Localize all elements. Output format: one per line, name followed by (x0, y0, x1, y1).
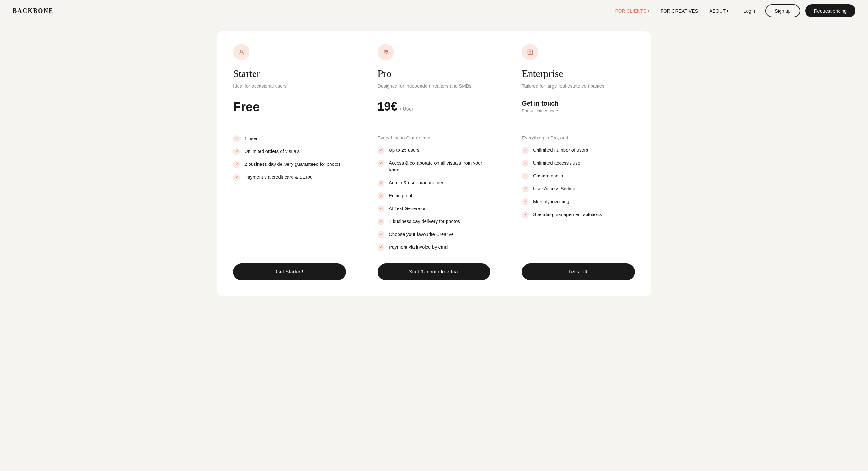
check-icon (233, 161, 240, 168)
check-icon (522, 211, 529, 218)
feature-item: 1 user (233, 135, 346, 142)
feature-text: Payment via invoice by email (389, 244, 450, 251)
feature-item: Admin & user management (377, 179, 490, 186)
brand-logo[interactable]: BACKBONE (12, 7, 53, 14)
nav-for-clients[interactable]: FOR CLIENTS ▾ (615, 8, 649, 13)
check-icon (522, 185, 529, 193)
feature-item: Access & collaborate on all visuals from… (377, 159, 490, 174)
svg-point-2 (386, 50, 388, 52)
pricing-card-pro: Pro Designed for independent realtors an… (362, 31, 506, 296)
plan-description: Tailored for large real estate companies… (522, 83, 635, 90)
person-icon (233, 44, 249, 60)
check-icon (233, 174, 240, 181)
nav-actions: Log In Sign up Request pricing (740, 4, 856, 17)
main-content: Starter Ideal for occasional users. Free… (0, 0, 868, 324)
feature-text: Custom packs (533, 172, 563, 180)
check-icon (233, 148, 240, 155)
check-icon (377, 193, 384, 199)
cta-button-starter[interactable]: Get Started! (233, 263, 346, 281)
feature-text: Spending management solutions (533, 211, 601, 218)
svg-point-1 (384, 50, 386, 52)
feature-item: Unlimited number of users (522, 147, 635, 154)
feature-item: Unlimited orders of visuals (233, 148, 346, 155)
nav-for-creatives[interactable]: FOR CREATIVES (660, 8, 698, 13)
plan-name: Starter (233, 68, 346, 80)
feature-item: Up to 25 users (377, 147, 490, 154)
feature-item: Spending management solutions (522, 211, 635, 218)
feature-item: Monthly invoicing (522, 198, 635, 205)
feature-item: Payment via credit card & SEPA (233, 174, 346, 181)
features-list: Unlimited number of users Unlimited acce… (522, 147, 635, 251)
feature-text: Unlimited access / user (533, 159, 582, 167)
feature-item: AI Text Generator (377, 205, 490, 212)
feature-item: Custom packs (522, 172, 635, 180)
login-button[interactable]: Log In (740, 6, 761, 16)
pricing-grid: Starter Ideal for occasional users. Free… (217, 31, 651, 296)
feature-text: Access & collaborate on all visuals from… (389, 159, 490, 174)
pricing-card-enterprise: Enterprise Tailored for large real estat… (506, 31, 651, 296)
feature-item: 2 business day delivery guaranteed for p… (233, 161, 346, 168)
request-pricing-button[interactable]: Request pricing (805, 4, 856, 17)
svg-rect-3 (528, 50, 532, 55)
feature-text: Up to 25 users (389, 147, 420, 154)
check-icon (377, 231, 384, 238)
signup-button[interactable]: Sign up (765, 4, 800, 17)
features-list: Up to 25 users Access & collaborate on a… (377, 147, 490, 251)
check-icon (522, 199, 529, 205)
check-icon (377, 180, 384, 186)
check-icon (233, 135, 240, 142)
feature-item: Editing tool (377, 192, 490, 199)
feature-item: Choose your favourite Creative (377, 231, 490, 238)
check-icon (377, 205, 384, 212)
check-icon (377, 218, 384, 225)
check-icon (522, 147, 529, 154)
features-header: Everything in Pro, and: (522, 135, 635, 140)
feature-text: Unlimited orders of visuals (244, 148, 300, 155)
svg-point-0 (240, 50, 243, 52)
building-icon (522, 44, 538, 60)
check-icon (377, 244, 384, 251)
features-header: Everything in Starter, and: (377, 135, 490, 140)
feature-text: Unlimited number of users (533, 147, 588, 154)
feature-text: Admin & user management (389, 179, 446, 186)
plan-price: 19€ / User (377, 100, 490, 113)
pricing-card-starter: Starter Ideal for occasional users. Free… (217, 31, 362, 296)
cta-button-enterprise[interactable]: Let's talk (522, 263, 635, 281)
price-section: Get in touch For unlimited users (522, 100, 635, 125)
plan-price: Free (233, 100, 346, 114)
feature-text: Editing tool (389, 192, 412, 199)
feature-text: Payment via credit card & SEPA (244, 174, 312, 181)
feature-text: 1 business day delivery for photos (389, 218, 460, 225)
check-icon (377, 147, 384, 154)
features-list: 1 user Unlimited orders of visuals 2 bus… (233, 135, 346, 251)
feature-text: User Access Setting (533, 185, 575, 193)
nav-links: FOR CLIENTS ▾ FOR CREATIVES ABOUT ▾ (615, 8, 728, 13)
chevron-down-icon: ▾ (648, 9, 649, 12)
feature-text: Choose your favourite Creative (389, 231, 454, 238)
feature-text: 1 user (244, 135, 258, 142)
plan-price-label: Get in touch (522, 100, 635, 107)
plan-name: Pro (377, 68, 490, 80)
cta-button-pro[interactable]: Start 1-month free trial (377, 263, 490, 281)
feature-text: Monthly invoicing (533, 198, 569, 205)
check-icon (377, 160, 384, 167)
chevron-down-icon: ▾ (727, 9, 728, 12)
price-section: Free (233, 100, 346, 125)
plan-description: Ideal for occasional users. (233, 83, 346, 90)
check-icon (522, 160, 529, 167)
plan-name: Enterprise (522, 68, 635, 80)
check-icon (522, 173, 529, 180)
feature-item: 1 business day delivery for photos (377, 218, 490, 225)
feature-item: User Access Setting (522, 185, 635, 193)
feature-text: 2 business day delivery guaranteed for p… (244, 161, 341, 168)
feature-text: AI Text Generator (389, 205, 426, 212)
plan-description: Designed for independent realtors and SM… (377, 83, 490, 90)
person-group-icon (377, 44, 394, 60)
navbar: BACKBONE FOR CLIENTS ▾ FOR CREATIVES ABO… (0, 0, 868, 22)
plan-price-subtitle: For unlimited users (522, 108, 635, 113)
feature-item: Unlimited access / user (522, 159, 635, 167)
feature-item: Payment via invoice by email (377, 244, 490, 251)
price-section: 19€ / User (377, 100, 490, 125)
nav-about[interactable]: ABOUT ▾ (709, 8, 728, 13)
